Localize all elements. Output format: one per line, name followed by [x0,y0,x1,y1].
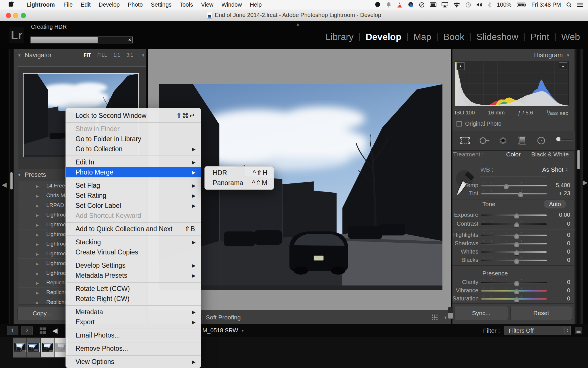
copy-settings-button[interactable]: Copy... [18,307,66,320]
filmstrip-thumbnail[interactable] [27,338,40,358]
highlights-value[interactable]: 0 [550,232,570,238]
presets-header[interactable]: Presets [18,171,46,179]
contrast-slider[interactable] [481,221,547,227]
notification-center-icon[interactable] [577,2,583,7]
wb-select-arrows-icon[interactable]: ▲▼ [566,168,568,172]
menu-item-photo-merge[interactable]: Photo Merge▶ [66,167,201,177]
highlights-slider-thumb[interactable] [514,233,519,239]
menubar-develop[interactable]: Develop [95,1,124,8]
expand-triangle-icon[interactable] [36,183,39,189]
traffic-cone-icon[interactable] [397,2,403,8]
treatment-color-option[interactable]: Color [506,151,521,158]
filmstrip-source-label[interactable]: M_0518.SRW ▼ [202,327,244,334]
expand-triangle-icon[interactable] [36,299,39,304]
saturation-slider-thumb[interactable] [514,297,519,302]
temp-slider-thumb[interactable] [504,183,509,189]
reset-button[interactable]: Reset [510,306,572,320]
module-develop[interactable]: Develop [365,32,401,42]
shadows-slider[interactable] [481,240,547,246]
module-library[interactable]: Library [326,32,354,42]
wb-value[interactable]: As Shot [542,166,564,173]
menubar-clock[interactable]: Fri 3:48 PM [531,1,561,8]
vibrance-value[interactable]: 0 [550,287,570,294]
tint-slider[interactable] [481,190,547,196]
collapse-right-panel-arrow[interactable]: ▶ [583,179,588,186]
airplay-icon[interactable] [442,2,448,8]
zoom-fit-button[interactable]: FIT [84,52,91,58]
zoom-3to1-button[interactable]: 3:1 [126,52,133,58]
wifi-icon[interactable] [453,2,460,7]
apple-menu-icon[interactable] [9,1,14,8]
spot-removal-tool-icon[interactable] [478,135,490,146]
cancel-task-button[interactable]: × [128,37,131,43]
highlights-slider[interactable] [481,232,547,238]
tone-auto-button[interactable]: Auto [544,200,566,208]
menu-item-remove-photos[interactable]: Remove Photos... [66,344,201,354]
menu-item-view-options[interactable]: View Options▶ [66,357,201,367]
menu-item-set-flag[interactable]: Set Flag▶ [66,181,201,191]
expand-triangle-icon[interactable] [36,231,39,237]
main-window-button[interactable]: 1 [7,326,18,335]
temp-value[interactable]: 5,400 [550,182,570,189]
temp-slider[interactable] [481,182,547,188]
toolbar-options-dropdown-icon[interactable]: ▼ [444,315,447,320]
clarity-value[interactable]: 0 [550,279,570,285]
exposure-slider[interactable] [481,212,547,218]
vibrance-slider-thumb[interactable] [514,289,519,294]
close-window-button[interactable] [6,13,11,18]
menu-item-rotate-right[interactable]: Rotate Right (CW) [66,294,201,304]
zoom-fill-button[interactable]: FILL [97,52,107,58]
left-scroll-thumb[interactable] [10,172,13,189]
blacks-slider[interactable] [481,257,547,263]
menu-item-develop-settings[interactable]: Develop Settings▶ [66,260,201,271]
main-photo[interactable] [159,84,442,290]
menubar-app-name[interactable]: Lightroom [22,1,59,8]
saturation-slider[interactable] [481,295,547,302]
expand-triangle-icon[interactable] [36,260,39,267]
expand-triangle-icon[interactable] [36,192,39,199]
menu-item-add-to-quick-collection[interactable]: Add to Quick Collection and Next⇧B [66,224,201,234]
graduated-filter-tool-icon[interactable] [516,135,528,146]
radial-filter-tool-icon[interactable] [535,135,547,146]
blacks-value[interactable]: 0 [550,257,570,263]
menubar-photo[interactable]: Photo [124,1,147,8]
clarity-slider[interactable] [481,279,547,285]
menubar-edit[interactable]: Edit [77,1,94,8]
menu-item-metadata-presets[interactable]: Metadata Presets▶ [66,271,201,281]
menu-item-go-to-folder-in-library[interactable]: Go to Folder in Library [66,134,201,144]
expand-triangle-icon[interactable] [36,279,39,286]
contrast-value[interactable]: 0 [550,221,570,227]
chat-balloon-icon[interactable] [375,2,381,8]
second-window-button[interactable]: 2 [21,326,33,335]
menu-item-rotate-left[interactable]: Rotate Left (CCW) [66,284,201,294]
expand-triangle-icon[interactable] [36,270,39,276]
filmstrip-thumbnail[interactable] [13,338,27,358]
menubar-file[interactable]: File [59,1,77,8]
module-print[interactable]: Print [530,32,549,42]
bell-icon[interactable] [386,2,392,8]
menubar-view[interactable]: View [197,1,217,8]
shadow-clipping-button[interactable]: ▲ [457,62,465,70]
menu-item-set-color-label[interactable]: Set Color Label▶ [66,201,201,211]
tint-slider-thumb[interactable] [518,191,523,197]
treatment-bw-option[interactable]: Black & White [531,151,569,158]
go-back-arrow-icon[interactable]: ◀ [52,327,57,335]
menubar-settings[interactable]: Settings [147,1,175,8]
left-panel-scrollbar[interactable] [9,49,14,324]
menu-item-stacking[interactable]: Stacking▶ [66,237,201,247]
exposure-slider-thumb[interactable] [514,213,519,219]
filter-lock-icon[interactable] [575,327,582,334]
menu-item-edit-in[interactable]: Edit In▶ [66,157,201,167]
do-not-disturb-icon[interactable] [419,2,425,8]
shadows-slider-thumb[interactable] [514,241,519,247]
collapse-top-panel-arrow[interactable]: ▲ [296,22,300,26]
blacks-slider-thumb[interactable] [514,258,519,264]
collapse-left-panel-arrow[interactable]: ◀ [2,181,7,189]
volume-icon[interactable] [476,2,483,7]
histogram[interactable]: ▲ ▲ [455,61,569,106]
right-panel-scrollbar[interactable] [575,49,583,324]
crop-tool-icon[interactable] [459,135,471,146]
shadows-value[interactable]: 0 [550,240,570,247]
collapse-presets-icon[interactable] [18,172,25,177]
camera-app-icon[interactable] [408,2,414,8]
